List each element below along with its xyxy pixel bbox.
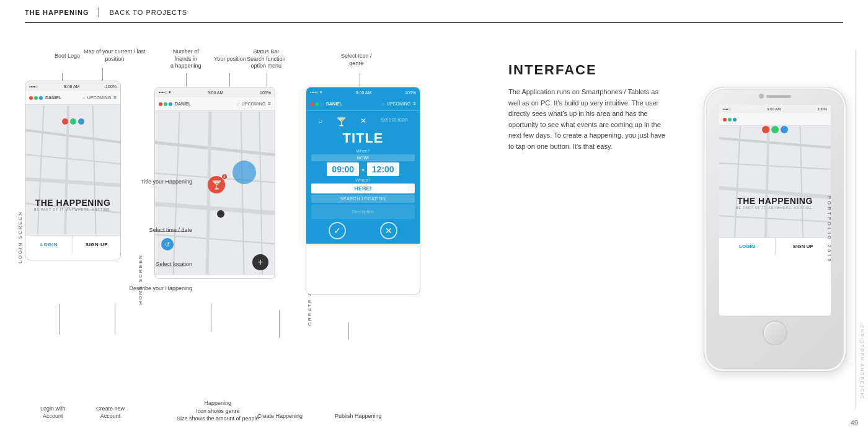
large-login-btns: LOGIN SIGN UP [719,237,831,255]
icon-select[interactable]: Select Icon [380,117,408,126]
search-3: ⌕ [382,102,384,106]
publish-btn[interactable]: ✓ [329,222,346,239]
large-login-btn[interactable]: LOGIN [719,238,775,255]
svg-line-7 [155,143,275,155]
add-btn[interactable]: + [252,254,268,270]
header-menu-3: ≡ [413,101,416,107]
large-m-red [762,126,769,133]
main-content: Boot Logo Map of your current / lastposi… [0,25,868,434]
fork-icon: ✕ [360,117,366,125]
back-link[interactable]: BACK TO PROJECTS [109,9,187,16]
app-title-text: THE HAPPENING [25,198,120,208]
battery-2: 100% [260,91,271,95]
svg-line-6 [93,105,96,234]
cancel-btn[interactable]: ✕ [380,222,397,239]
login-btn[interactable]: LOGIN [25,236,73,254]
ann-create-happening: Create Happening [257,412,303,420]
large-phone-section: ••••○ 9:00 AM 100% [682,25,868,434]
ann-v-create-acc [115,304,115,335]
phone-home-btn[interactable] [763,321,787,345]
battery-1: 100% [105,84,117,89]
phone-notch [704,87,846,105]
mockups-section: Boot Logo Map of your current / lastposi… [0,25,496,434]
ann-describe: Describe your Happening [129,285,192,291]
large-signup-btn[interactable]: SIGN UP [776,238,831,255]
select-icon-label: Select Icon [380,117,408,123]
red-pin: 🍸 4 [208,176,225,193]
logo-dots-3 [310,102,324,106]
ann-select-location: Select location [156,261,192,267]
top-nav: THE HAPPENING BACK TO PROJECTS [25,7,843,23]
time-1: 9:00 AM [64,84,80,89]
large-map: THE HAPPENING BE PART OF IT. ANYWHERE. A… [719,113,831,237]
header-name-1: DANIEL [45,95,80,100]
large-dot-r [723,118,727,122]
app-header-1: DANIEL ⌕ UPCOMING ≡ [25,91,120,105]
when-label: When? [311,149,415,153]
now-badge[interactable]: NOW! [311,154,415,161]
logo-on-map [62,118,84,125]
header-upcoming-3: UPCOMING [387,102,411,106]
svg-line-1 [25,154,120,164]
dot-green-2 [164,102,167,106]
dot-blue-2 [169,102,172,106]
large-dot-b [733,118,737,122]
map-dot-red [62,118,68,125]
pin-cocktail: 🍸 4 [208,176,225,193]
dot-blue-1 [39,96,43,100]
map-dot-green [70,118,76,125]
header-menu-2: ≡ [268,101,271,107]
map-bg-1: THE HAPPENING BE PART OF IT. ANYWHERE. A… [25,105,120,235]
ann-create-account: Create newAccount [96,405,125,420]
icon-fork[interactable]: ✕ [360,117,366,126]
signal-2: ••••○ ▾ [159,90,171,95]
phone-create: ••••○ ▾ 9:00 AM 100% DANIEL ⌕ UPCOMING ≡ [306,87,420,294]
app-header-2: DANIEL ⌕ UPCOMING ≡ [155,97,275,111]
phones-container: LOGIN SCREEN ••••○ 9:00 AM 100% DANIEL [25,81,484,294]
app-header-3: DANIEL ⌕ UPCOMING ≡ [306,97,420,111]
dot-green-3 [315,102,319,106]
search-location-field[interactable]: SEARCH LOCATION [311,195,415,203]
icon-cocktail[interactable]: 🍸 [336,117,347,126]
phone-frame: ••••○ 9:00 AM 100% [704,87,846,372]
logo-dots-2 [159,102,172,106]
ann-v-publish [348,322,349,340]
ann-your-pos: Your position [214,56,246,63]
app-name-overlay: THE HAPPENING BE PART OF IT. ANYWHERE. A… [25,198,120,211]
phone-speaker [766,95,791,98]
description-field[interactable]: Description [311,205,415,219]
svg-line-13 [241,112,244,274]
large-signal: ••••○ [723,107,730,111]
app-title: THE HAPPENING [25,9,89,16]
time-start[interactable]: 09:00 [327,162,359,176]
search-1: ⌕ [82,95,85,100]
refresh-btn[interactable]: ↺ [161,238,174,250]
large-phone-wrapper: ••••○ 9:00 AM 100% [704,87,846,372]
svg-line-0 [25,130,120,143]
blue-circle-marker [232,161,256,184]
dot-red-3 [310,102,314,106]
nav-divider [99,7,99,17]
dot-blue-3 [320,102,324,106]
phone-camera [759,94,764,99]
signup-btn[interactable]: SIGN UP [73,236,120,254]
phone-inner-screen: ••••○ 9:00 AM 100% [719,105,831,316]
icon-circle-sel[interactable]: ○ [318,117,322,126]
title-field[interactable]: TITLE [311,129,415,148]
portfolio-label: PORTFOLIO 2015 [826,196,832,264]
ann-select-time: Select time / date [149,227,192,233]
ann-title-happening: Title your Happening [141,179,192,185]
time-end[interactable]: 12:00 [367,162,399,176]
home-screen-label: HOME SCREEN [138,254,143,305]
here-field[interactable]: HERE! [311,184,415,193]
ann-v-icon [211,304,211,332]
large-status-bar: ••••○ 9:00 AM 100% [719,105,831,113]
ann-map-pos: Map of your current / lastposition [84,48,146,63]
create-icons-row: ○ 🍸 ✕ Select Icon [311,114,415,129]
pin-badge: 4 [221,174,228,180]
large-battery: 100% [818,107,827,111]
svg-line-9 [155,204,275,213]
cocktail-icon: 🍸 [336,117,347,126]
where-label: Where? [311,178,415,182]
svg-line-16 [719,163,831,169]
